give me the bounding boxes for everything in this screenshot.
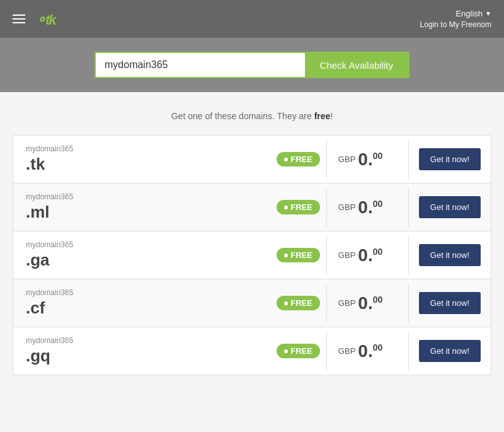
table-row: mydomain365 .tk FREE GBP 0.00 Get it now… [13, 136, 491, 184]
language-dropdown-arrow[interactable]: ▼ [485, 10, 491, 17]
price-currency: GBP [338, 155, 355, 164]
price-currency: GBP [338, 298, 355, 308]
subtitle-bold: free [314, 111, 331, 121]
domain-base: mydomain365 [26, 240, 264, 249]
check-availability-button[interactable]: Check Availability [305, 53, 408, 77]
free-dot-icon [284, 254, 288, 257]
free-badge: FREE [277, 152, 320, 166]
free-badge: FREE [277, 344, 320, 358]
get-btn-cell: Get it now! [408, 283, 491, 323]
price-cell: GBP 0.00 [326, 284, 408, 322]
free-dot-icon [284, 349, 288, 353]
search-box: Check Availability [94, 52, 410, 78]
price-amount: 0.00 [358, 245, 382, 266]
table-row: mydomain365 .gq FREE GBP 0.00 Get it now… [13, 327, 491, 375]
get-btn-cell: Get it now! [408, 139, 491, 179]
subtitle-prefix: Get one of these domains. They are [171, 111, 314, 121]
domain-info: mydomain365 .tk [13, 136, 277, 183]
domain-ext: .gq [26, 346, 264, 366]
get-btn-cell: Get it now! [408, 331, 491, 371]
free-label: FREE [290, 250, 312, 260]
price-amount: 0.00 [358, 293, 382, 313]
table-row: mydomain365 .ga FREE GBP 0.00 Get it now… [13, 231, 491, 279]
free-badge: FREE [277, 296, 320, 310]
domain-info: mydomain365 .ml [13, 184, 277, 231]
domain-ext: .tk [26, 155, 264, 174]
domain-info: mydomain365 .gq [13, 327, 277, 375]
search-input[interactable] [96, 53, 305, 77]
table-row: mydomain365 .ml FREE GBP 0.00 Get it now… [13, 184, 491, 231]
price-currency: GBP [338, 346, 355, 356]
main-content: Get one of these domains. They are free!… [0, 92, 504, 432]
price-decimal: 00 [373, 150, 383, 160]
free-dot-icon [284, 206, 288, 209]
language-label[interactable]: English [455, 9, 483, 18]
price-decimal: 00 [373, 294, 383, 304]
free-badge: FREE [277, 248, 320, 262]
domain-base: mydomain365 [26, 144, 264, 153]
get-btn-cell: Get it now! [408, 235, 491, 275]
table-row: mydomain365 .cf FREE GBP 0.00 Get it now… [13, 279, 491, 327]
price-currency: GBP [338, 202, 355, 212]
price-decimal: 00 [373, 198, 383, 208]
price-amount: 0.00 [358, 197, 382, 218]
language-row: English ▼ [420, 9, 491, 18]
get-it-now-button[interactable]: Get it now! [419, 196, 481, 218]
get-it-now-button[interactable]: Get it now! [419, 148, 481, 170]
price-currency: GBP [338, 250, 355, 260]
results-table: mydomain365 .tk FREE GBP 0.00 Get it now… [13, 135, 491, 375]
free-label: FREE [290, 155, 312, 164]
get-it-now-button[interactable]: Get it now! [419, 244, 481, 266]
price-cell: GBP 0.00 [326, 332, 408, 370]
logo[interactable]: ⚬tk [35, 9, 55, 29]
price-amount: 0.00 [358, 149, 382, 170]
domain-base: mydomain365 [26, 336, 264, 345]
price-cell: GBP 0.00 [326, 236, 408, 274]
header-right: English ▼ Login to My Freenom [420, 9, 491, 29]
get-it-now-button[interactable]: Get it now! [419, 292, 481, 314]
price-cell: GBP 0.00 [326, 189, 408, 226]
price-decimal: 00 [373, 246, 383, 256]
domain-ext: .ga [26, 250, 264, 270]
price-amount: 0.00 [358, 341, 382, 361]
free-dot-icon [284, 158, 288, 161]
free-dot-icon [284, 301, 288, 305]
header: ⚬tk English ▼ Login to My Freenom [0, 0, 504, 38]
price-cell: GBP 0.00 [326, 141, 408, 178]
domain-base: mydomain365 [26, 192, 264, 201]
free-badge: FREE [277, 200, 320, 214]
search-area: Check Availability [0, 38, 504, 92]
get-it-now-button[interactable]: Get it now! [419, 340, 481, 362]
free-label: FREE [290, 298, 312, 308]
login-link[interactable]: Login to My Freenom [420, 20, 491, 29]
domain-info: mydomain365 .cf [13, 279, 277, 327]
price-decimal: 00 [373, 342, 383, 352]
domain-info: mydomain365 .ga [13, 231, 277, 279]
header-left: ⚬tk [13, 9, 55, 29]
domain-ext: .cf [26, 298, 264, 318]
hamburger-menu[interactable] [13, 15, 25, 23]
subtitle: Get one of these domains. They are free! [13, 111, 491, 121]
get-btn-cell: Get it now! [408, 187, 491, 227]
domain-base: mydomain365 [26, 288, 264, 297]
free-label: FREE [290, 202, 312, 212]
subtitle-suffix: ! [330, 111, 333, 121]
domain-ext: .ml [26, 202, 264, 222]
free-label: FREE [290, 346, 312, 356]
